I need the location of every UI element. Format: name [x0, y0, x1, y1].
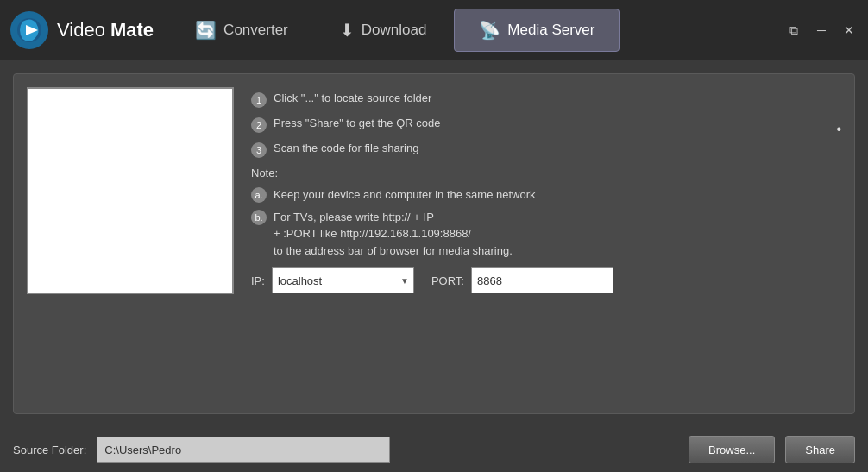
note-text-a: Keep your device and computer in the sam…: [274, 186, 536, 204]
note-label: Note:: [251, 167, 819, 179]
source-folder-label: Source Folder:: [13, 444, 86, 456]
bottom-bar: Source Folder: Browse... Share: [0, 427, 868, 472]
minimize-button[interactable]: ─: [811, 20, 832, 41]
port-label: PORT:: [431, 274, 464, 287]
app-logo: Video Mate: [9, 9, 154, 51]
qr-code-area: [27, 87, 234, 294]
step-num-2: 2: [251, 117, 267, 133]
note-letter-b: b.: [251, 210, 267, 225]
ip-select[interactable]: localhost 127.0.0.1 192.168.1.109: [272, 267, 414, 293]
tab-media-server-label: Media Server: [507, 22, 594, 39]
step-text-2: Press "Share" to get the QR code: [274, 116, 441, 129]
step-text-3: Scan the code for file sharing: [274, 142, 418, 154]
browse-button[interactable]: Browse...: [689, 436, 775, 463]
source-folder-input[interactable]: [97, 437, 390, 463]
note-text-b: For TVs, please write http:// + IP + :PO…: [274, 209, 513, 260]
app-logo-icon: [9, 9, 50, 51]
instructions-panel: 1 Click "..." to locate source folder 2 …: [251, 87, 819, 400]
note-b: b. For TVs, please write http:// + IP + …: [251, 209, 819, 260]
main-content: 1 Click "..." to locate source folder 2 …: [0, 60, 868, 427]
nav-tabs: 🔄 Converter ⬇ Download 📡 Media Server: [171, 9, 783, 52]
restore-button[interactable]: ⧉: [783, 20, 804, 41]
ip-select-wrapper: localhost 127.0.0.1 192.168.1.109: [272, 267, 414, 293]
tab-download[interactable]: ⬇ Download: [316, 9, 451, 52]
note-a: a. Keep your device and computer in the …: [251, 186, 819, 204]
converter-icon: 🔄: [195, 20, 217, 41]
ip-field-group: IP: localhost 127.0.0.1 192.168.1.109: [251, 267, 414, 293]
port-input[interactable]: [471, 267, 613, 293]
app-title: Video Mate: [57, 19, 154, 41]
tab-download-label: Download: [362, 22, 427, 39]
step-num-1: 1: [251, 92, 267, 108]
tab-converter-label: Converter: [223, 22, 288, 39]
step-text-1: Click "..." to locate source folder: [274, 91, 431, 104]
port-field-group: PORT:: [431, 267, 613, 293]
content-panel: 1 Click "..." to locate source folder 2 …: [13, 73, 855, 414]
media-server-icon: 📡: [479, 20, 500, 41]
instruction-step-3: 3 Scan the code for file sharing: [251, 142, 819, 158]
panel-inner: 1 Click "..." to locate source folder 2 …: [27, 87, 841, 400]
tab-converter[interactable]: 🔄 Converter: [171, 9, 312, 52]
instruction-step-1: 1 Click "..." to locate source folder: [251, 91, 819, 108]
ip-port-row: IP: localhost 127.0.0.1 192.168.1.109 PO…: [251, 267, 819, 293]
share-button[interactable]: Share: [785, 436, 855, 463]
step-num-3: 3: [251, 142, 267, 158]
download-icon: ⬇: [340, 20, 355, 41]
ip-label: IP:: [251, 274, 265, 287]
instruction-step-2: 2 Press "Share" to get the QR code: [251, 116, 819, 133]
close-button[interactable]: ✕: [839, 20, 859, 41]
window-controls: ⧉ ─ ✕: [783, 20, 859, 41]
titlebar: Video Mate 🔄 Converter ⬇ Download 📡 Medi…: [0, 0, 868, 60]
dot-indicator: •: [836, 122, 841, 137]
tab-media-server[interactable]: 📡 Media Server: [454, 9, 620, 52]
note-letter-a: a.: [251, 187, 267, 203]
